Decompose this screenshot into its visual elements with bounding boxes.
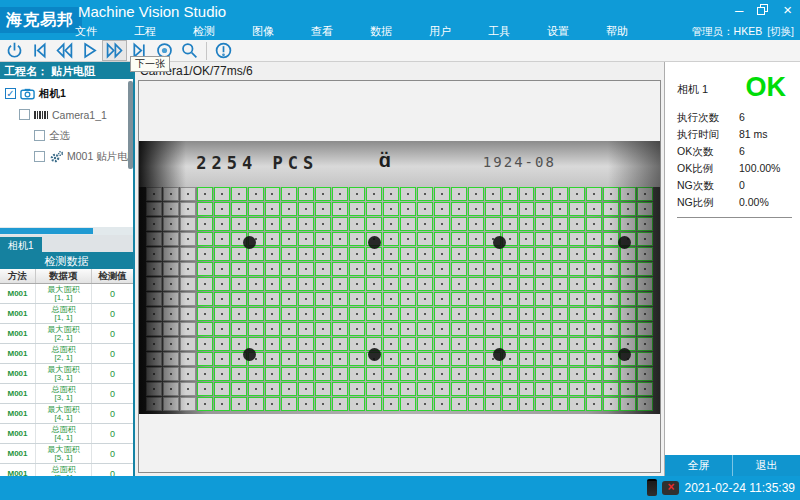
checkbox-camera1-1[interactable] [19, 109, 30, 120]
resistor-cell [519, 202, 535, 216]
resistor-cell [620, 307, 636, 321]
stat-value: 0 [739, 179, 792, 196]
resistor-cell [417, 217, 433, 231]
resistor-cell [332, 187, 348, 201]
resistor-cell [417, 292, 433, 306]
menu-item-8[interactable]: 工具 [488, 24, 510, 39]
resistor-cell [332, 307, 348, 321]
table-row[interactable]: M001总面积[1, 1]0 [0, 304, 133, 324]
table-row[interactable]: M001最大面积[1, 1]0 [0, 284, 133, 304]
titlebar: 海克易邦 Machine Vision Studio – × 文件工程检测图像查… [0, 0, 800, 40]
resistor-cell [620, 277, 636, 291]
exit-button[interactable]: 退出 [732, 455, 800, 476]
cell-data-item: 最大面积[5, 1] [36, 444, 92, 463]
resistor-cell [197, 202, 213, 216]
table-row[interactable]: M001总面积[2, 1]0 [0, 344, 133, 364]
stat-value: 6 [739, 145, 792, 162]
table-row[interactable]: M001最大面积[4, 1]0 [0, 404, 133, 424]
cell-value: 0 [92, 344, 133, 363]
table-row[interactable]: M001总面积[4, 1]0 [0, 424, 133, 444]
table-row[interactable]: M001最大面积[2, 1]0 [0, 324, 133, 344]
table-row[interactable]: M001最大面积[5, 1]0 [0, 444, 133, 464]
menu-item-1[interactable]: 文件 [75, 24, 97, 39]
power-icon[interactable] [2, 40, 27, 61]
tree-item-m001[interactable]: M001 贴片电阻检测 [0, 146, 133, 167]
resistor-cell [535, 277, 551, 291]
image-viewport[interactable]: 2254 PCS ɑ̈ 1924-08 [138, 80, 661, 473]
resistor-cell [197, 277, 213, 291]
fast-rewind-icon[interactable] [52, 40, 77, 61]
resistor-cell [298, 397, 314, 411]
next-image-icon[interactable] [102, 40, 127, 61]
resistor-cell [298, 232, 314, 246]
resistor-cell [485, 382, 501, 396]
resistor-cell [468, 322, 484, 336]
tree-vertical-scrollbar[interactable] [128, 81, 133, 169]
resistor-cell [180, 322, 196, 336]
tree-item-select-all[interactable]: 全选 [0, 125, 133, 146]
resistor-cell [400, 217, 416, 231]
resistor-cell [620, 247, 636, 261]
resistor-cell [231, 217, 247, 231]
info-icon[interactable] [211, 40, 236, 61]
resistor-cell [434, 217, 450, 231]
menu-item-6[interactable]: 数据 [370, 24, 392, 39]
resistor-cell [417, 277, 433, 291]
checkbox-m001[interactable] [34, 151, 45, 162]
resistor-cell [620, 292, 636, 306]
resistor-cell [637, 352, 653, 366]
table-row[interactable]: M001总面积[5, 1]0 [0, 464, 133, 476]
zoom-search-icon[interactable] [177, 40, 202, 61]
menu-item-4[interactable]: 图像 [252, 24, 274, 39]
resistor-cell [298, 367, 314, 381]
tree-item-camera1[interactable]: ✓相机1 [0, 83, 133, 104]
resistor-cell [569, 307, 585, 321]
checkbox-select-all[interactable] [34, 130, 45, 141]
menu-item-7[interactable]: 用户 [429, 24, 451, 39]
restore-icon[interactable] [757, 4, 769, 16]
resistor-cell [451, 217, 467, 231]
resistor-cell [400, 202, 416, 216]
tree-horizontal-scrollbar[interactable] [0, 227, 133, 235]
resistor-cell [163, 187, 179, 201]
gear-icon [49, 151, 63, 163]
tree-item-camera1-1[interactable]: Camera1_1 [0, 104, 133, 125]
menu-item-3[interactable]: 检测 [193, 24, 215, 39]
minimize-icon[interactable]: – [735, 2, 743, 18]
checkbox-camera1[interactable]: ✓ [5, 88, 16, 99]
resistor-cell [281, 352, 297, 366]
resistor-cell [569, 337, 585, 351]
menu-item-2[interactable]: 工程 [134, 24, 156, 39]
menu-item-5[interactable]: 查看 [311, 24, 333, 39]
resistor-cell [451, 232, 467, 246]
resistor-cell [569, 367, 585, 381]
resistor-cell [451, 307, 467, 321]
table-row[interactable]: M001总面积[3, 1]0 [0, 384, 133, 404]
cell-method: M001 [0, 424, 36, 443]
resistor-cell [146, 247, 162, 261]
cell-data-item: 总面积[1, 1] [36, 304, 92, 323]
play-icon[interactable] [77, 40, 102, 61]
close-icon[interactable]: × [783, 2, 792, 18]
menu-item-9[interactable]: 设置 [547, 24, 569, 39]
resistor-cell [248, 397, 264, 411]
stat-row: OK比例100.00% [677, 162, 792, 179]
status-bar: × 2021-02-24 11:35:39 [0, 476, 800, 500]
table-row[interactable]: M001最大面积[3, 1]0 [0, 364, 133, 384]
resistor-cell [468, 397, 484, 411]
machine-vision-studio-window: 海克易邦 Machine Vision Studio – × 文件工程检测图像查… [0, 0, 800, 500]
skip-first-icon[interactable] [27, 40, 52, 61]
stat-label: NG次数 [677, 179, 739, 196]
resistor-cell [620, 322, 636, 336]
resistor-cell [315, 247, 331, 261]
resistor-cell [383, 247, 399, 261]
menu-item-10[interactable]: 帮助 [606, 24, 628, 39]
fullscreen-button[interactable]: 全屏 [665, 455, 732, 476]
resistor-cell [603, 202, 619, 216]
resistor-cell [248, 187, 264, 201]
cell-value: 0 [92, 304, 133, 323]
switch-user-link[interactable]: [切换] [767, 25, 794, 39]
resistor-cell [349, 217, 365, 231]
resistor-cell [163, 217, 179, 231]
resistor-cell [637, 232, 653, 246]
